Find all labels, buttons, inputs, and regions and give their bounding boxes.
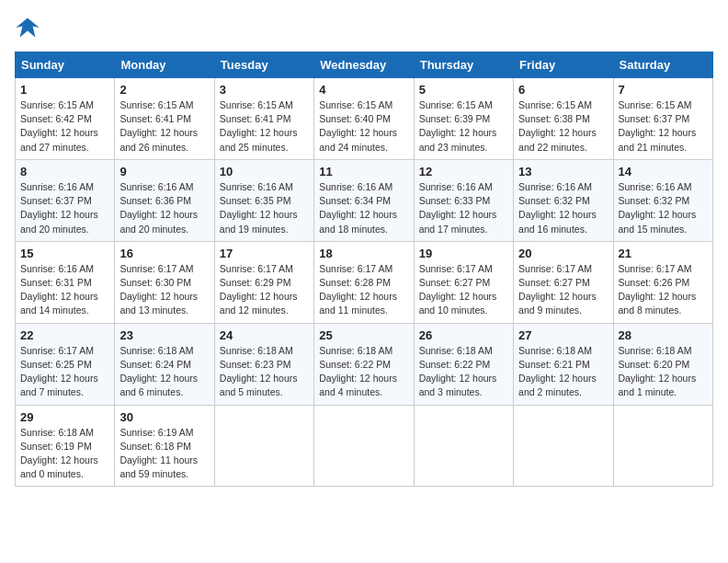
day-info: Sunrise: 6:17 AM Sunset: 6:26 PM Dayligh…: [619, 262, 708, 318]
calendar-cell: [214, 405, 313, 487]
calendar-header-wednesday: Wednesday: [314, 52, 414, 78]
calendar-cell: [314, 405, 414, 487]
day-info: Sunrise: 6:15 AM Sunset: 6:41 PM Dayligh…: [220, 98, 309, 155]
calendar-header-monday: Monday: [115, 52, 214, 78]
calendar-cell: 25Sunrise: 6:18 AM Sunset: 6:22 PM Dayli…: [314, 323, 414, 405]
day-number: 2: [119, 83, 209, 97]
calendar-cell: 14Sunrise: 6:16 AM Sunset: 6:32 PM Dayli…: [613, 159, 712, 241]
calendar-cell: 4Sunrise: 6:15 AM Sunset: 6:40 PM Daylig…: [314, 78, 414, 160]
calendar-cell: 13Sunrise: 6:16 AM Sunset: 6:32 PM Dayli…: [514, 159, 613, 241]
calendar-header-friday: Friday: [514, 52, 613, 78]
page-header: [15, 15, 713, 40]
day-info: Sunrise: 6:16 AM Sunset: 6:31 PM Dayligh…: [20, 262, 109, 318]
day-number: 24: [220, 328, 309, 342]
calendar-cell: 6Sunrise: 6:15 AM Sunset: 6:38 PM Daylig…: [514, 78, 613, 160]
calendar-cell: 11Sunrise: 6:16 AM Sunset: 6:34 PM Dayli…: [314, 159, 414, 241]
day-info: Sunrise: 6:18 AM Sunset: 6:19 PM Dayligh…: [20, 426, 109, 482]
day-number: 21: [619, 247, 708, 260]
calendar-table: SundayMondayTuesdayWednesdayThursdayFrid…: [15, 52, 713, 487]
logo: [15, 15, 44, 40]
day-info: Sunrise: 6:16 AM Sunset: 6:37 PM Dayligh…: [20, 180, 109, 236]
day-info: Sunrise: 6:15 AM Sunset: 6:39 PM Dayligh…: [419, 98, 508, 155]
calendar-cell: 26Sunrise: 6:18 AM Sunset: 6:22 PM Dayli…: [414, 323, 513, 405]
calendar-week-1: 1Sunrise: 6:15 AM Sunset: 6:42 PM Daylig…: [16, 78, 713, 160]
day-number: 6: [518, 83, 608, 97]
calendar-week-5: 29Sunrise: 6:18 AM Sunset: 6:19 PM Dayli…: [16, 405, 713, 487]
day-info: Sunrise: 6:17 AM Sunset: 6:25 PM Dayligh…: [20, 344, 109, 400]
day-info: Sunrise: 6:16 AM Sunset: 6:35 PM Dayligh…: [220, 180, 309, 236]
day-info: Sunrise: 6:17 AM Sunset: 6:27 PM Dayligh…: [419, 262, 508, 318]
calendar-cell: [414, 405, 513, 487]
calendar-cell: 1Sunrise: 6:15 AM Sunset: 6:42 PM Daylig…: [16, 78, 115, 160]
day-number: 23: [119, 328, 209, 342]
logo-icon: [15, 15, 40, 40]
day-number: 12: [419, 165, 508, 178]
day-info: Sunrise: 6:16 AM Sunset: 6:32 PM Dayligh…: [518, 180, 608, 236]
day-number: 9: [119, 165, 209, 178]
day-number: 19: [419, 247, 508, 260]
calendar-cell: [514, 405, 613, 487]
day-info: Sunrise: 6:18 AM Sunset: 6:22 PM Dayligh…: [419, 344, 508, 400]
calendar-cell: 19Sunrise: 6:17 AM Sunset: 6:27 PM Dayli…: [414, 241, 513, 323]
calendar-cell: 10Sunrise: 6:16 AM Sunset: 6:35 PM Dayli…: [214, 159, 313, 241]
calendar-header-saturday: Saturday: [613, 52, 712, 78]
day-info: Sunrise: 6:18 AM Sunset: 6:24 PM Dayligh…: [119, 344, 209, 400]
calendar-cell: 3Sunrise: 6:15 AM Sunset: 6:41 PM Daylig…: [214, 78, 313, 160]
day-number: 27: [518, 328, 608, 342]
calendar-header-sunday: Sunday: [16, 52, 115, 78]
day-number: 28: [619, 328, 708, 342]
calendar-cell: 2Sunrise: 6:15 AM Sunset: 6:41 PM Daylig…: [115, 78, 214, 160]
calendar-cell: 15Sunrise: 6:16 AM Sunset: 6:31 PM Dayli…: [16, 241, 115, 323]
day-info: Sunrise: 6:16 AM Sunset: 6:34 PM Dayligh…: [319, 180, 408, 236]
calendar-cell: 18Sunrise: 6:17 AM Sunset: 6:28 PM Dayli…: [314, 241, 414, 323]
day-number: 16: [119, 247, 209, 260]
day-info: Sunrise: 6:15 AM Sunset: 6:40 PM Dayligh…: [319, 98, 408, 155]
calendar-cell: 21Sunrise: 6:17 AM Sunset: 6:26 PM Dayli…: [613, 241, 712, 323]
calendar-cell: 24Sunrise: 6:18 AM Sunset: 6:23 PM Dayli…: [214, 323, 313, 405]
day-info: Sunrise: 6:15 AM Sunset: 6:38 PM Dayligh…: [518, 98, 608, 155]
calendar-cell: 23Sunrise: 6:18 AM Sunset: 6:24 PM Dayli…: [115, 323, 214, 405]
day-number: 5: [419, 83, 508, 97]
svg-marker-0: [16, 18, 39, 38]
day-number: 8: [20, 165, 109, 178]
day-info: Sunrise: 6:17 AM Sunset: 6:30 PM Dayligh…: [119, 262, 209, 318]
calendar-cell: 29Sunrise: 6:18 AM Sunset: 6:19 PM Dayli…: [16, 405, 115, 487]
day-number: 17: [220, 247, 309, 260]
calendar-cell: 17Sunrise: 6:17 AM Sunset: 6:29 PM Dayli…: [214, 241, 313, 323]
day-info: Sunrise: 6:17 AM Sunset: 6:28 PM Dayligh…: [319, 262, 408, 318]
day-number: 30: [119, 410, 209, 424]
day-info: Sunrise: 6:16 AM Sunset: 6:36 PM Dayligh…: [119, 180, 209, 236]
day-info: Sunrise: 6:18 AM Sunset: 6:21 PM Dayligh…: [518, 344, 608, 400]
calendar-cell: 20Sunrise: 6:17 AM Sunset: 6:27 PM Dayli…: [514, 241, 613, 323]
day-info: Sunrise: 6:15 AM Sunset: 6:41 PM Dayligh…: [119, 98, 209, 155]
day-info: Sunrise: 6:18 AM Sunset: 6:23 PM Dayligh…: [220, 344, 309, 400]
calendar-header-thursday: Thursday: [414, 52, 513, 78]
day-number: 10: [220, 165, 309, 178]
day-info: Sunrise: 6:19 AM Sunset: 6:18 PM Dayligh…: [119, 426, 209, 482]
day-number: 11: [319, 165, 408, 178]
day-info: Sunrise: 6:17 AM Sunset: 6:29 PM Dayligh…: [220, 262, 309, 318]
calendar-cell: 7Sunrise: 6:15 AM Sunset: 6:37 PM Daylig…: [613, 78, 712, 160]
day-info: Sunrise: 6:17 AM Sunset: 6:27 PM Dayligh…: [518, 262, 608, 318]
calendar-body: 1Sunrise: 6:15 AM Sunset: 6:42 PM Daylig…: [16, 78, 713, 487]
calendar-cell: 27Sunrise: 6:18 AM Sunset: 6:21 PM Dayli…: [514, 323, 613, 405]
calendar-cell: 5Sunrise: 6:15 AM Sunset: 6:39 PM Daylig…: [414, 78, 513, 160]
calendar-cell: 12Sunrise: 6:16 AM Sunset: 6:33 PM Dayli…: [414, 159, 513, 241]
day-number: 3: [220, 83, 309, 97]
day-number: 14: [619, 165, 708, 178]
day-number: 1: [20, 83, 109, 97]
calendar-week-2: 8Sunrise: 6:16 AM Sunset: 6:37 PM Daylig…: [16, 159, 713, 241]
day-number: 15: [20, 247, 109, 260]
day-number: 13: [518, 165, 608, 178]
day-info: Sunrise: 6:16 AM Sunset: 6:32 PM Dayligh…: [619, 180, 708, 236]
calendar-header-tuesday: Tuesday: [214, 52, 313, 78]
calendar-cell: 30Sunrise: 6:19 AM Sunset: 6:18 PM Dayli…: [115, 405, 214, 487]
day-number: 25: [319, 328, 408, 342]
calendar-cell: 28Sunrise: 6:18 AM Sunset: 6:20 PM Dayli…: [613, 323, 712, 405]
day-number: 22: [20, 328, 109, 342]
day-number: 29: [20, 410, 109, 424]
day-number: 7: [619, 83, 708, 97]
calendar-week-3: 15Sunrise: 6:16 AM Sunset: 6:31 PM Dayli…: [16, 241, 713, 323]
day-number: 4: [319, 83, 408, 97]
calendar-cell: 16Sunrise: 6:17 AM Sunset: 6:30 PM Dayli…: [115, 241, 214, 323]
